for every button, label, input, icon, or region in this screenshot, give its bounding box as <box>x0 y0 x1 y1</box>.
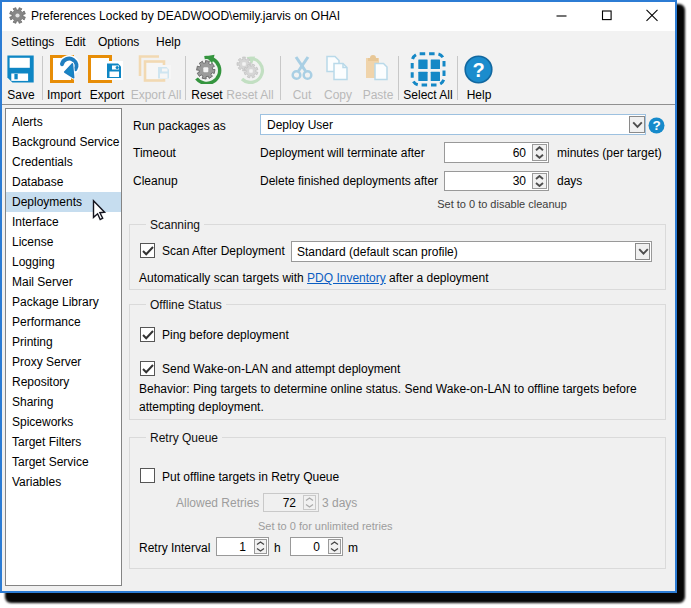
svg-text:?: ? <box>472 59 484 81</box>
svg-text:?: ? <box>652 118 660 133</box>
